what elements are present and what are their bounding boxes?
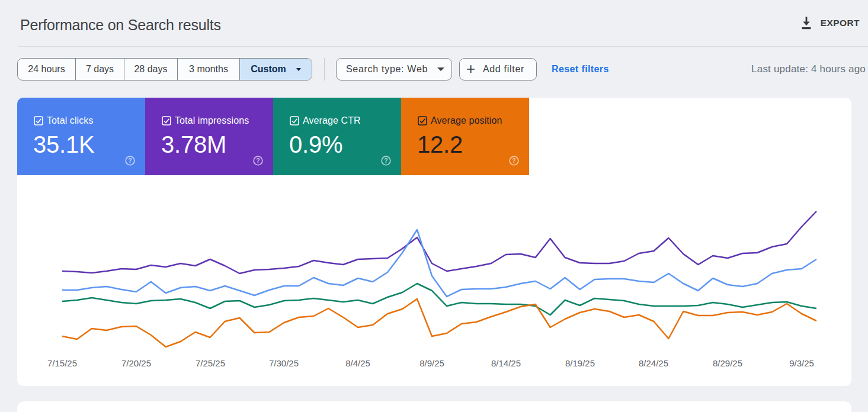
svg-text:7/20/25: 7/20/25 [121, 358, 151, 368]
svg-text:7/25/25: 7/25/25 [196, 358, 225, 368]
svg-text:8/9/25: 8/9/25 [419, 358, 444, 368]
svg-text:8/4/25: 8/4/25 [345, 358, 370, 368]
svg-text:7/30/25: 7/30/25 [269, 358, 299, 368]
svg-text:8/29/25: 8/29/25 [713, 358, 742, 368]
svg-text:8/24/25: 8/24/25 [639, 358, 668, 368]
svg-text:8/19/25: 8/19/25 [565, 358, 595, 368]
svg-text:7/15/25: 7/15/25 [47, 358, 77, 368]
svg-text:9/3/25: 9/3/25 [789, 358, 814, 368]
svg-text:8/14/25: 8/14/25 [491, 358, 521, 368]
